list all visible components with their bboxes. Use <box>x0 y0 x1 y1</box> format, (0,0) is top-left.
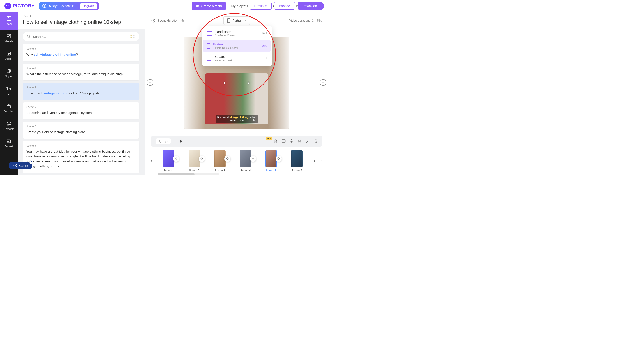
project-title[interactable]: How to sell vintage clothing online 10-s… <box>23 19 139 25</box>
trim-button[interactable] <box>298 139 302 143</box>
search-input[interactable] <box>33 35 128 38</box>
layers-button[interactable] <box>273 139 277 143</box>
redo-button[interactable] <box>165 140 168 143</box>
audio-waveform-icon: ıllıılı <box>253 118 255 122</box>
project-label: Project <box>23 15 139 18</box>
trial-text: 5 days, 3 videos left. <box>49 4 77 8</box>
sort-icon[interactable] <box>130 35 135 38</box>
aspect-option-square[interactable]: Square Instagram post 1:1 <box>203 52 270 65</box>
portrait-icon <box>227 18 230 23</box>
top-actions: Previous Preview Download <box>248 0 323 13</box>
duration-bar: Scene duration: 5s Portrait ▲ Landscape … <box>144 12 328 29</box>
left-rail: Story Visuals Audio Styles TT Text Brand… <box>0 12 18 175</box>
svg-rect-9 <box>7 105 10 108</box>
svg-point-13 <box>27 35 30 37</box>
guide-check-icon <box>13 163 18 168</box>
timeline-scene-3[interactable]: Scene 3 <box>214 150 226 172</box>
portrait-icon <box>206 43 210 49</box>
download-button[interactable]: Download <box>298 2 322 10</box>
upgrade-button[interactable]: Upgrade <box>80 3 98 9</box>
brand-logo[interactable]: PICTORY <box>4 3 34 9</box>
next-visual-button[interactable]: › <box>248 79 250 86</box>
settings-button[interactable] <box>306 139 310 143</box>
layers-icon[interactable] <box>276 156 282 162</box>
scene-duration-label: Scene duration: <box>158 19 179 22</box>
timeline: ‹ Scene 1 Scene 2 Scene 3 <box>144 147 328 175</box>
svg-point-10 <box>9 122 10 123</box>
caption-overlay[interactable]: How to sell vintage clothing online: 10-… <box>216 115 258 123</box>
brand-name: PICTORY <box>13 3 34 9</box>
prev-visual-button[interactable]: ‹ <box>224 79 226 86</box>
timeline-scrollbar[interactable] <box>158 173 219 175</box>
svg-point-1 <box>198 5 199 6</box>
play-button[interactable] <box>179 139 183 143</box>
aspect-option-portrait[interactable]: Portrait TikTok, Reels, Shorts 9:16 <box>203 40 270 52</box>
layers-icon[interactable] <box>173 156 179 162</box>
rail-text[interactable]: TT Text <box>0 82 18 100</box>
rail-format[interactable]: Format <box>0 135 18 152</box>
landscape-icon <box>206 31 212 36</box>
branding-icon <box>6 104 11 109</box>
aspect-ratio-dropdown[interactable]: Portrait ▲ Landscape YouTube, Vimeo 16:9 <box>224 16 250 25</box>
layers-icon[interactable] <box>224 156 230 162</box>
timeline-scene-4[interactable]: Scene 4 <box>240 150 251 172</box>
create-team-button[interactable]: Create a team <box>192 2 226 10</box>
scene-card-5[interactable]: Scene 5 How to sell vintage clothing onl… <box>23 83 139 100</box>
add-scene-after-button[interactable]: + <box>320 79 326 86</box>
svg-rect-4 <box>7 19 11 20</box>
svg-rect-2 <box>7 17 8 18</box>
rail-audio[interactable]: Audio <box>0 47 18 65</box>
undo-redo-group <box>156 138 171 144</box>
clock-icon <box>151 18 156 23</box>
timeline-next-button[interactable]: ▶ <box>312 158 318 164</box>
search-box[interactable] <box>23 32 139 41</box>
previous-button[interactable]: Previous <box>250 2 272 10</box>
undo-button[interactable] <box>158 140 162 143</box>
svg-rect-17 <box>291 140 292 142</box>
team-icon <box>196 4 200 7</box>
rail-styles[interactable]: Styles <box>0 65 18 82</box>
add-scene-before-button[interactable]: + <box>147 79 153 86</box>
guide-count-badge: 5 <box>29 160 33 164</box>
timeline-scene-1[interactable]: Scene 1 <box>163 150 174 172</box>
timeline-scene-5[interactable]: Scene 5 <box>266 150 277 172</box>
rail-branding[interactable]: Branding <box>0 100 18 117</box>
scene-card-6[interactable]: Scene 6 Determine an inventory managemen… <box>23 102 139 119</box>
preview-button[interactable]: Preview <box>274 2 295 10</box>
controls-bar: NEW <box>151 136 322 147</box>
rail-elements[interactable]: Elements <box>0 117 18 135</box>
scene-card-7[interactable]: Scene 7 Create your online vintage cloth… <box>23 122 139 139</box>
layers-icon[interactable] <box>199 156 205 162</box>
delete-button[interactable] <box>314 139 318 143</box>
nav-my-projects[interactable]: My projects <box>231 4 248 8</box>
scene-column: Project How to sell vintage clothing onl… <box>18 12 144 175</box>
rail-story[interactable]: Story <box>0 12 18 29</box>
layers-icon[interactable] <box>250 156 256 162</box>
svg-rect-11 <box>8 124 9 125</box>
svg-point-0 <box>196 5 198 6</box>
info-icon: i <box>42 4 46 8</box>
aspect-option-landscape[interactable]: Landscape YouTube, Vimeo 16:9 <box>203 27 270 40</box>
square-icon <box>206 56 212 61</box>
captions-button[interactable] <box>282 139 286 143</box>
visuals-icon <box>6 34 11 38</box>
scene-duration-value: 5s <box>181 19 185 22</box>
scenes-list[interactable]: Scene 3 Why sell vintage clothing online… <box>18 44 144 175</box>
video-duration-label: Video duration: <box>289 19 310 22</box>
scene-card-4[interactable]: Scene 4 What's the difference between vi… <box>23 64 139 81</box>
scene-card-3[interactable]: Scene 3 Why sell vintage clothing online… <box>23 44 139 61</box>
rail-visuals[interactable]: Visuals <box>0 29 18 47</box>
story-icon <box>6 16 12 21</box>
voiceover-button[interactable] <box>290 139 293 143</box>
timeline-end-button[interactable]: › <box>320 157 324 165</box>
styles-icon <box>6 69 11 73</box>
timeline-prev-button[interactable]: ‹ <box>149 157 154 165</box>
timeline-scene-2[interactable]: Scene 2 <box>188 150 200 172</box>
guide-button[interactable]: Guide 5 <box>9 162 32 169</box>
text-icon: TT <box>6 86 12 91</box>
new-badge: NEW <box>266 137 272 140</box>
scene-card-8[interactable]: Scene 8 You may have a great idea for yo… <box>23 141 139 173</box>
svg-point-20 <box>307 141 308 142</box>
svg-rect-3 <box>9 17 11 18</box>
timeline-scene-6[interactable]: Scene 6 <box>291 150 302 172</box>
